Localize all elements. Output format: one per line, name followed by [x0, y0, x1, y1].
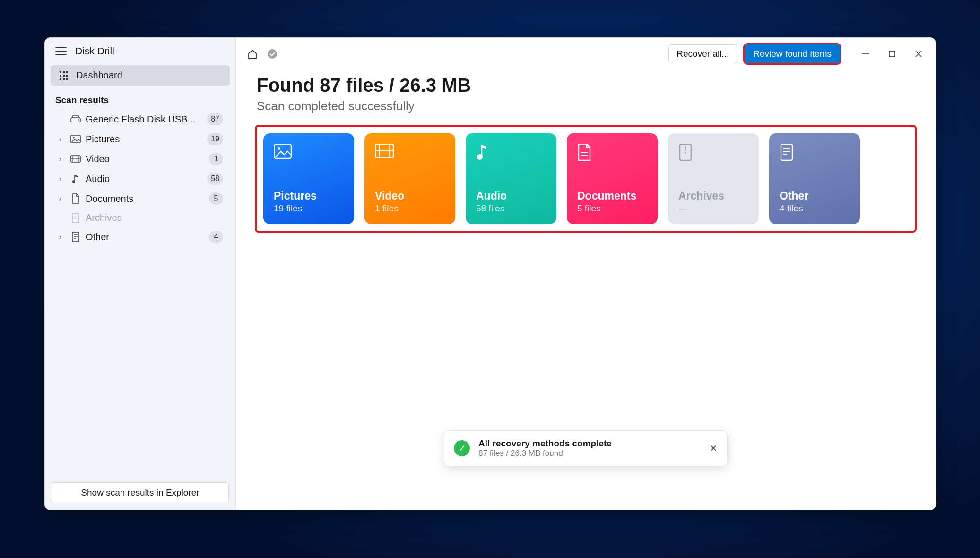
- tree-audio-count: 58: [207, 173, 223, 185]
- image-icon: [70, 134, 81, 144]
- card-other-title: Other: [780, 190, 850, 202]
- home-icon[interactable]: [246, 48, 259, 60]
- window-controls: [859, 47, 925, 61]
- card-archives-sub: —: [678, 203, 748, 214]
- card-pictures[interactable]: Pictures 19 files: [263, 133, 354, 224]
- image-icon: [274, 144, 292, 159]
- card-video[interactable]: Video 1 files: [364, 133, 455, 224]
- tree-documents-label: Documents: [86, 193, 204, 204]
- summary-headline: Found 87 files / 26.3 MB: [257, 75, 915, 96]
- archive-icon: [70, 213, 81, 223]
- card-archives-title: Archives: [678, 190, 748, 202]
- maximize-icon[interactable]: [885, 47, 899, 61]
- section-scan-results-title: Scan results: [45, 88, 235, 109]
- svg-rect-3: [60, 75, 61, 77]
- tree-other-label: Other: [86, 232, 204, 243]
- svg-rect-26: [889, 51, 895, 57]
- svg-rect-1: [63, 71, 65, 73]
- file-icon: [780, 144, 794, 161]
- svg-point-24: [268, 49, 277, 59]
- drive-icon: [70, 114, 81, 124]
- svg-point-10: [78, 119, 79, 120]
- tree-other[interactable]: › Other 4: [49, 227, 232, 247]
- music-note-icon: [476, 144, 488, 161]
- app-window: Disk Drill Dashboard Scan results Generi…: [44, 37, 936, 510]
- tree-device-label: Generic Flash Disk USB D...: [86, 114, 202, 125]
- tree-video[interactable]: › Video 1: [49, 149, 232, 169]
- svg-point-30: [278, 147, 280, 150]
- music-note-icon: [70, 174, 81, 184]
- card-pictures-title: Pictures: [274, 190, 344, 202]
- chevron-right-icon: ›: [59, 135, 66, 143]
- card-documents[interactable]: Documents 5 files: [567, 133, 658, 224]
- tree-documents-count: 5: [209, 192, 223, 205]
- sidebar-header: Disk Drill: [45, 38, 235, 62]
- content: Found 87 files / 26.3 MB Scan completed …: [236, 70, 936, 231]
- tree-pictures-label: Pictures: [86, 134, 202, 145]
- tree-video-count: 1: [209, 153, 223, 165]
- card-archives: Archives —: [668, 133, 759, 224]
- tree-device[interactable]: Generic Flash Disk USB D... 87: [49, 109, 232, 129]
- card-audio-title: Audio: [476, 190, 546, 202]
- show-in-explorer-button[interactable]: Show scan results in Explorer: [52, 482, 229, 503]
- close-icon[interactable]: [912, 47, 925, 61]
- toast-close-icon[interactable]: ✕: [710, 443, 718, 454]
- tree-documents[interactable]: › Documents 5: [49, 189, 232, 209]
- card-documents-title: Documents: [577, 190, 647, 202]
- card-other[interactable]: Other 4 files: [769, 133, 860, 224]
- toast-subtitle: 87 files / 26.3 MB found: [478, 449, 701, 458]
- chevron-right-icon: ›: [59, 233, 66, 241]
- svg-rect-6: [60, 78, 61, 80]
- tree-audio-label: Audio: [86, 174, 202, 184]
- tree-device-count: 87: [207, 113, 223, 125]
- svg-point-17: [72, 180, 75, 183]
- tree-archives: Archives: [49, 209, 232, 227]
- svg-rect-5: [66, 75, 68, 77]
- tree-archives-label: Archives: [86, 212, 223, 223]
- tree-audio[interactable]: › Audio 58: [49, 169, 232, 189]
- hamburger-menu-icon[interactable]: [55, 45, 67, 57]
- sidebar: Disk Drill Dashboard Scan results Generi…: [45, 38, 236, 510]
- card-audio[interactable]: Audio 58 files: [466, 133, 556, 224]
- card-audio-sub: 58 files: [476, 203, 546, 214]
- recover-all-button[interactable]: Recover all...: [668, 44, 737, 63]
- main-panel: Recover all... Review found items Found …: [236, 38, 936, 510]
- sidebar-footer: Show scan results in Explorer: [45, 476, 235, 510]
- archive-icon: [678, 144, 693, 161]
- review-found-items-button[interactable]: Review found items: [745, 44, 840, 63]
- app-title: Disk Drill: [75, 45, 114, 57]
- status-check-icon: [266, 48, 278, 60]
- video-icon: [375, 144, 394, 158]
- toast-body: All recovery methods complete 87 files /…: [478, 438, 701, 458]
- toolbar: Recover all... Review found items: [236, 38, 936, 70]
- svg-rect-40: [781, 144, 792, 160]
- svg-point-12: [73, 137, 74, 138]
- card-documents-sub: 5 files: [577, 203, 647, 214]
- svg-rect-8: [66, 78, 68, 80]
- nav-dashboard-label: Dashboard: [76, 70, 122, 81]
- document-icon: [70, 193, 81, 204]
- card-pictures-sub: 19 files: [274, 203, 344, 214]
- card-video-sub: 1 files: [375, 203, 445, 214]
- svg-rect-0: [60, 71, 61, 73]
- svg-rect-20: [72, 232, 79, 242]
- minimize-icon[interactable]: [859, 47, 872, 61]
- nav-dashboard[interactable]: Dashboard: [51, 65, 230, 86]
- svg-rect-7: [63, 78, 65, 80]
- toast-title: All recovery methods complete: [478, 438, 701, 449]
- svg-point-35: [477, 154, 483, 160]
- tree-video-label: Video: [86, 154, 204, 165]
- tree-pictures-count: 19: [207, 133, 223, 145]
- category-cards: Pictures 19 files Video 1 files Audio 58…: [257, 127, 915, 231]
- nav-section: Dashboard: [45, 62, 235, 88]
- summary-subline: Scan completed successfully: [257, 99, 915, 113]
- chevron-right-icon: ›: [59, 195, 66, 202]
- tree-pictures[interactable]: › Pictures 19: [49, 129, 232, 149]
- completion-toast: ✓ All recovery methods complete 87 files…: [444, 430, 728, 466]
- checkmark-icon: ✓: [454, 440, 470, 456]
- card-other-sub: 4 files: [780, 203, 850, 214]
- svg-rect-2: [66, 71, 68, 73]
- file-icon: [70, 232, 81, 242]
- video-icon: [70, 154, 81, 164]
- tree-other-count: 4: [209, 231, 223, 243]
